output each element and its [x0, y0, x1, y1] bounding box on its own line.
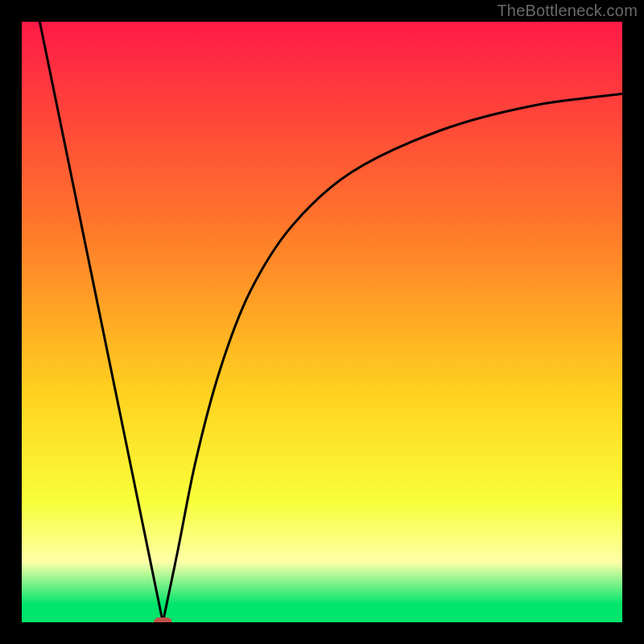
plot-background	[22, 22, 622, 622]
chart-frame: { "watermark": "TheBottleneck.com", "col…	[0, 0, 644, 644]
chart-svg	[0, 0, 644, 644]
watermark-text: TheBottleneck.com	[497, 2, 638, 20]
